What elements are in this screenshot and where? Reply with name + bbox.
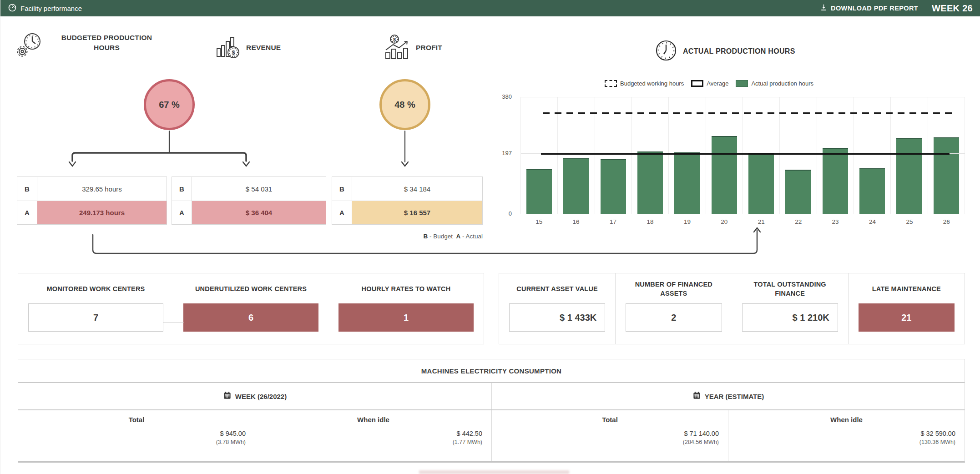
week-total-cell: Total $ 945.00 (3.78 MWh) (18, 410, 255, 461)
legend-label: Budgeted working hours (620, 80, 684, 87)
budget-actual-table-profit: B $ 34 184 A $ 16 557 (332, 176, 483, 225)
row-label-b: B (172, 177, 192, 201)
cell-mwh: (1.77 MWh) (264, 439, 482, 445)
monitored-work-centers-value: 7 (28, 303, 163, 332)
actual-hours-value: 249.173 hours (37, 201, 167, 224)
kpi-label: MONITORED WORK CENTERS (28, 279, 163, 300)
work-centers-panel: MONITORED WORK CENTERS 7 UNDERUTILIZED W… (18, 273, 484, 344)
app-title: Facility performance (20, 5, 82, 12)
chart-xlabels: 151617181920212223242526 (520, 218, 965, 225)
x-tick-label: 24 (854, 218, 891, 225)
week-badge: WEEK 26 (932, 3, 973, 14)
legend-a-text: - Actual (462, 233, 483, 240)
calendar-icon (223, 391, 232, 401)
budget-actual-legend: B - Budget A - Actual (332, 233, 483, 240)
kpi-late-maintenance: LATE MAINTENANCE 21 (848, 273, 965, 344)
bar-week-25 (896, 138, 922, 214)
cell-value: $ 442.50 (264, 430, 482, 437)
bar-week-26 (934, 137, 959, 214)
download-pdf-button[interactable]: DOWNLOAD PDF REPORT (820, 4, 918, 13)
kpi-row: MONITORED WORK CENTERS 7 UNDERUTILIZED W… (18, 273, 980, 344)
bar-week-20 (712, 136, 737, 214)
cell-mwh: (130.36 MWh) (738, 439, 955, 445)
clock-icon (655, 39, 677, 64)
year-idle-cell: When idle $ 32 590.00 (130.36 MWh) (728, 410, 965, 461)
bar-week-19 (674, 152, 700, 214)
bar-slot (669, 97, 706, 214)
chart-legend: Budgeted working hours Average Actual pr… (605, 80, 813, 87)
kpi-connector-line (163, 323, 184, 323)
clock-gear-icon (16, 31, 44, 61)
x-tick-label: 26 (928, 218, 965, 225)
cell-mwh: (284.56 MWh) (501, 439, 719, 445)
svg-text:$: $ (232, 49, 235, 56)
bar-week-15 (526, 169, 552, 214)
actual-row: A $ 36 404 (172, 201, 326, 224)
kpi-current-asset-value: CURRENT ASSET VALUE $ 1 433K (499, 273, 615, 344)
kpi-label: LATE MAINTENANCE (859, 279, 955, 300)
legend-b: B (423, 233, 428, 240)
period-year: YEAR (ESTIMATE) (491, 383, 965, 409)
cutoff-artifact (419, 470, 569, 474)
bar-slot (595, 97, 632, 214)
profit-margin-percent: 48 % (394, 100, 415, 110)
budget-profit-value: $ 34 184 (352, 177, 482, 201)
cell-header: Total (27, 416, 246, 424)
profit-icon: $ (384, 34, 412, 64)
bar-slot (891, 97, 928, 214)
bar-slot (854, 97, 891, 214)
bar-slot (521, 97, 558, 214)
bar-week-21 (748, 153, 774, 214)
period-year-label: YEAR (ESTIMATE) (705, 393, 764, 400)
electricity-section: MACHINES ELECTRICITY CONSUMPTION WEEK (2… (18, 359, 965, 463)
bar-slot (743, 97, 780, 214)
bar-slot (928, 97, 965, 214)
row-label-a: A (332, 201, 352, 224)
dashed-swatch-icon (605, 80, 617, 87)
x-tick-label: 16 (557, 218, 594, 225)
budget-row: B 329.65 hours (17, 177, 167, 201)
kpi-label: CURRENT ASSET VALUE (509, 279, 605, 300)
bar-week-22 (785, 170, 811, 214)
gauge-dashboard-icon (8, 3, 17, 14)
week-idle-cell: When idle $ 442.50 (1.77 MWh) (255, 410, 491, 461)
row-label-b: B (332, 177, 352, 201)
chart-bars (521, 97, 965, 214)
budget-utilization-gauge: 67 % (144, 79, 195, 130)
period-week: WEEK (26/2022) (18, 383, 491, 409)
x-tick-label: 21 (743, 218, 780, 225)
kpi-monitored-work-centers: MONITORED WORK CENTERS 7 (18, 273, 173, 344)
assets-panel: CURRENT ASSET VALUE $ 1 433K NUMBER OF F… (499, 273, 965, 344)
cell-value: $ 71 140.00 (501, 430, 719, 437)
bar-slot (632, 97, 669, 214)
actual-row: A 249.173 hours (17, 201, 167, 224)
chart-title: ACTUAL PRODUCTION HOURS (683, 47, 795, 55)
svg-text:$: $ (393, 37, 396, 42)
electricity-title: MACHINES ELECTRICITY CONSUMPTION (18, 359, 965, 383)
outline-swatch-icon (691, 80, 703, 87)
late-maintenance-value: 21 (859, 303, 955, 332)
kpi-hourly-rates-to-watch: HOURLY RATES TO WATCH 1 (328, 273, 484, 344)
kpi-label: HOURLY RATES TO WATCH (338, 279, 474, 300)
kpi-number-financed-assets: NUMBER OF FINANCED ASSETS 2 (615, 273, 732, 344)
budget-utilization-percent: 67 % (159, 100, 180, 110)
legend-item-actual: Actual production hours (736, 80, 813, 87)
download-icon (820, 4, 828, 13)
bar-slot (817, 97, 854, 214)
kpi-total-outstanding-finance: TOTAL OUTSTANDING FINANCE $ 1 210K (732, 273, 848, 344)
revenue-icon: $ (215, 34, 243, 64)
budget-actual-table-revenue: B $ 54 031 A $ 36 404 (172, 176, 326, 225)
electricity-periods: WEEK (26/2022) YEAR (ESTIMATE) (18, 383, 965, 410)
legend-b-text: - Budget (429, 233, 453, 240)
chart-title-row: ACTUAL PRODUCTION HOURS (655, 39, 795, 64)
row-label-b: B (17, 177, 37, 201)
budget-line (543, 112, 952, 114)
bar-week-18 (637, 151, 663, 214)
calendar-icon (692, 391, 701, 401)
cell-header: When idle (264, 416, 482, 424)
bar-week-17 (601, 159, 626, 214)
budget-revenue-value: $ 54 031 (192, 177, 326, 201)
x-tick-label: 15 (520, 218, 557, 225)
budget-hours-value: 329.65 hours (37, 177, 167, 201)
actual-row: A $ 16 557 (332, 201, 482, 224)
